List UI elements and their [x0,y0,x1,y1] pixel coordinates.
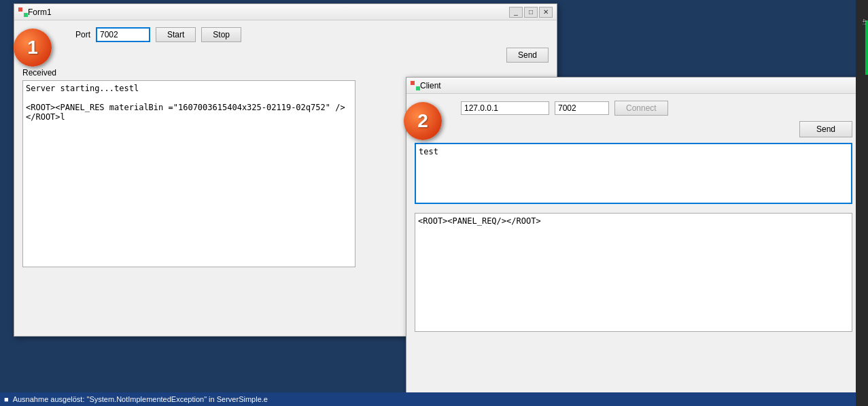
server-stop-button[interactable]: Stop [201,27,241,42]
client-window-icon [411,81,420,90]
badge-2: 2 [404,102,442,140]
server-titlebar-controls: _ □ ✕ [509,7,553,18]
server-send-button[interactable]: Send [506,48,549,63]
server-received-textarea[interactable] [22,80,355,267]
client-title: Client [420,81,856,90]
badge-1: 1 [14,29,52,67]
server-title: Form1 [28,7,509,17]
right-bar-label: 4↑ [861,19,868,26]
client-ip-input[interactable] [461,101,549,115]
server-port-row: Port Start Stop [22,27,549,42]
client-port-input[interactable] [555,101,609,115]
client-connect-row: Connect [415,101,852,116]
client-response-textarea[interactable] [415,213,852,332]
server-titlebar[interactable]: Form1 _ □ ✕ [14,4,557,20]
status-bar: ■ Ausnahme ausgelöst: "System.NotImpleme… [0,392,856,406]
server-close-button[interactable]: ✕ [539,7,553,18]
status-bar-text: Ausnahme ausgelöst: "System.NotImplement… [13,395,268,403]
client-window: Client Connect Send [406,77,861,403]
server-received-label: Received [22,68,549,78]
status-bar-icon: ■ [4,395,9,403]
server-start-button[interactable]: Start [156,27,196,42]
client-titlebar[interactable]: Client [406,78,861,94]
server-window-icon [18,7,28,17]
right-bar-green-accent [865,20,868,75]
client-message-textarea[interactable] [415,143,852,204]
server-port-input[interactable] [96,27,150,42]
client-connect-button[interactable]: Connect [614,101,668,116]
server-port-label: Port [75,30,90,39]
server-maximize-button[interactable]: □ [524,7,538,18]
client-send-button[interactable]: Send [799,121,852,137]
server-minimize-button[interactable]: _ [509,7,523,18]
client-content: Connect Send [406,94,861,341]
right-bar: 4↑ [856,0,868,406]
